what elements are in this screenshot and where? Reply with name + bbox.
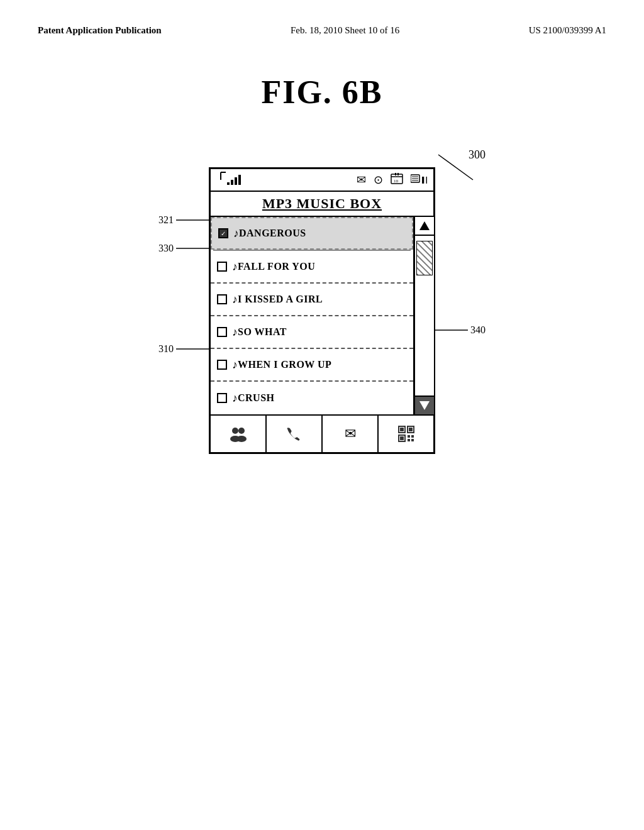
checkbox-crush[interactable] <box>217 393 227 403</box>
title-i-kissed-a-girl: I KISSED A GIRL <box>238 294 323 305</box>
qr-button[interactable] <box>379 416 433 452</box>
scroll-up-button[interactable] <box>415 217 434 236</box>
signal-icon <box>217 171 242 189</box>
scroll-down-button[interactable] <box>415 396 434 414</box>
songs-area: ♪ DANGEROUS ♪ FALL FOR YOU ♪ <box>211 217 414 414</box>
bottom-toolbar: ✉ <box>211 414 433 452</box>
song-row-dangerous[interactable]: ♪ DANGEROUS <box>211 217 413 250</box>
scroll-thumb[interactable] <box>416 241 433 275</box>
svg-point-26 <box>238 428 245 434</box>
checkbox-when-i-grow-up[interactable] <box>217 360 227 370</box>
status-icons: ✉ ⊙ 10 <box>357 172 427 188</box>
title-fall-for-you: FALL FOR YOU <box>238 261 315 272</box>
clock-status-icon: ⊙ <box>374 173 383 187</box>
title-so-what: SO WHAT <box>238 326 287 338</box>
calendar-status-icon: 10 <box>391 172 403 188</box>
svg-text:▐▐: ▐▐ <box>420 176 427 184</box>
song-row-crush[interactable]: ♪ CRUSH <box>211 382 413 414</box>
song-row-so-what[interactable]: ♪ SO WHAT <box>211 316 413 349</box>
envelope-status-icon: ✉ <box>357 173 366 187</box>
ref-330-label: 330 <box>158 243 214 254</box>
phone-frame: ✉ ⊙ 10 <box>209 167 435 454</box>
note-fall-for-you: ♪ <box>232 260 238 274</box>
note-crush: ♪ <box>232 392 238 405</box>
svg-rect-13 <box>235 177 237 185</box>
svg-rect-38 <box>411 439 414 441</box>
qr-icon <box>397 425 415 443</box>
patent-header: Patent Application Publication Feb. 18, … <box>0 0 644 48</box>
header-left: Patent Application Publication <box>38 25 162 36</box>
svg-rect-14 <box>238 175 241 185</box>
svg-rect-35 <box>408 435 410 438</box>
phone-button[interactable] <box>267 416 323 452</box>
note-when-i-grow-up: ♪ <box>232 358 238 372</box>
volume-status-icon: ▐▐ <box>411 172 427 188</box>
people-icon <box>230 425 247 443</box>
svg-rect-18 <box>397 173 399 175</box>
mail-icon: ✉ <box>345 426 356 442</box>
svg-line-0 <box>438 155 473 180</box>
ref-300-line <box>432 152 482 183</box>
svg-rect-34 <box>400 436 404 440</box>
checkbox-fall-for-you[interactable] <box>217 262 227 272</box>
song-row-when-i-grow-up[interactable]: ♪ WHEN I GROW UP <box>211 349 413 382</box>
status-bar: ✉ ⊙ 10 <box>211 169 433 192</box>
phone-icon <box>286 425 303 443</box>
scroll-up-arrow <box>419 221 430 230</box>
svg-rect-17 <box>395 173 396 175</box>
scrollbar[interactable] <box>414 217 433 414</box>
header-center: Feb. 18, 2010 Sheet 10 of 16 <box>291 25 399 36</box>
checkbox-dangerous[interactable] <box>218 228 228 238</box>
svg-point-28 <box>236 436 247 442</box>
app-title: MP3 MUSIC BOX <box>211 192 433 217</box>
song-row-i-kissed-a-girl[interactable]: ♪ I KISSED A GIRL <box>211 284 413 316</box>
svg-rect-36 <box>411 435 414 438</box>
title-crush: CRUSH <box>238 392 275 404</box>
note-so-what: ♪ <box>232 326 238 339</box>
svg-rect-12 <box>231 180 233 185</box>
svg-rect-30 <box>400 428 404 431</box>
checkbox-i-kissed-a-girl[interactable] <box>217 294 227 304</box>
note-i-kissed-a-girl: ♪ <box>232 293 238 306</box>
mail-button[interactable]: ✉ <box>323 416 379 452</box>
ref-310-label: 310 <box>158 343 214 355</box>
diagram-area: 300 321 330 310 <box>0 148 644 454</box>
contacts-button[interactable] <box>211 416 267 452</box>
title-dangerous: DANGEROUS <box>239 228 306 239</box>
svg-rect-37 <box>408 439 410 441</box>
scroll-track <box>415 236 434 396</box>
svg-rect-32 <box>409 428 413 431</box>
svg-point-25 <box>232 428 238 434</box>
title-when-i-grow-up: WHEN I GROW UP <box>238 359 331 370</box>
header-right: US 2100/039399 A1 <box>529 25 606 36</box>
svg-rect-11 <box>227 182 230 185</box>
song-row-fall-for-you[interactable]: ♪ FALL FOR YOU <box>211 251 413 284</box>
ref-340-label: 340 <box>430 324 486 336</box>
note-dangerous: ♪ <box>233 227 239 240</box>
scroll-down-arrow <box>419 401 430 410</box>
checkbox-so-what[interactable] <box>217 327 227 337</box>
svg-text:10: 10 <box>394 179 399 184</box>
ref-321-label: 321 <box>158 214 214 226</box>
figure-title: FIG. 6B <box>0 74 644 111</box>
song-list: ♪ DANGEROUS ♪ FALL FOR YOU ♪ <box>211 217 433 414</box>
